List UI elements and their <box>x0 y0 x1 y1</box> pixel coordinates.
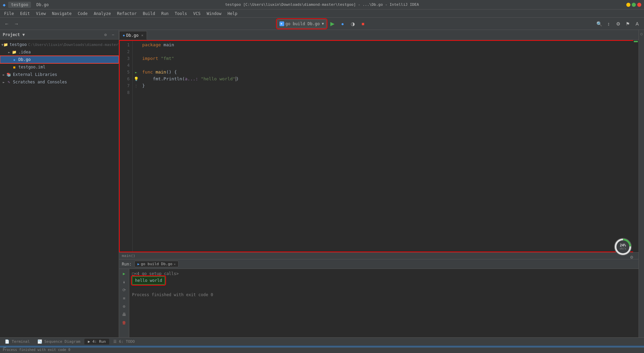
run-gutter-5[interactable]: ► <box>133 69 139 76</box>
settings-toolbar-button[interactable]: ⚙ <box>614 20 622 28</box>
run-print-button[interactable]: 🖶 <box>121 311 128 318</box>
lightbulb-icon[interactable]: 💡 <box>134 77 139 81</box>
forward-button[interactable]: → <box>12 20 20 28</box>
param-text: a...: <box>185 76 201 82</box>
replace-button[interactable]: ↕ <box>605 20 613 28</box>
tab-run[interactable]: ▶ 4: Run <box>84 339 109 344</box>
panel-settings-icon[interactable]: ⚙ <box>102 32 109 38</box>
iml-file-icon: ■ <box>12 64 17 70</box>
menu-file[interactable]: File <box>1 11 17 17</box>
line-num-7: 7 <box>119 82 130 89</box>
line-numbers: 1 2 3 4 5 6 7 8 <box>119 40 133 252</box>
tab-close-button[interactable]: ✕ <box>141 33 143 37</box>
run-button[interactable]: ▶ <box>328 20 336 28</box>
string-hello-world: "hello world" <box>201 76 235 82</box>
brace-fold-icon[interactable]: ⋮ <box>134 84 138 88</box>
run-filter-button[interactable]: ≡ <box>121 295 128 302</box>
debug-button[interactable]: ● <box>338 20 347 28</box>
run-line-arrow[interactable]: ► <box>135 70 137 74</box>
run-panel: Run: ▶ go build Db.go ✕ ▶ ↓ ⟳ ≡ ⚙ 🖶 🗑 <box>119 259 639 337</box>
tree-label-scratches: Scratches and Consoles <box>13 80 67 84</box>
tree-item-idea[interactable]: ► 📁 .idea <box>0 48 119 56</box>
run-config-dropdown-arrow[interactable]: ▼ <box>322 22 324 26</box>
code-line-8 <box>142 89 630 96</box>
file-tab[interactable]: Db.go <box>34 2 51 8</box>
tree-label-dbgo: Db.go <box>18 57 31 62</box>
run-tab-gobuild[interactable]: ▶ go build Db.go ✕ <box>134 261 179 267</box>
settings-gear-icon[interactable]: ⚙ <box>630 254 633 260</box>
tab-terminal[interactable]: 📄 Terminal <box>1 339 33 344</box>
menu-edit[interactable]: Edit <box>17 11 33 17</box>
keyword-package: package <box>142 42 161 48</box>
tree-item-root[interactable]: ▼ 📁 testgoo C:\Users\liuxin\Downloads\di… <box>0 41 119 48</box>
external-libs-icon: 📚 <box>6 72 12 77</box>
app-icon: ◆ <box>3 2 5 7</box>
tree-item-external-libs[interactable]: ► 📚 External Libraries <box>0 71 119 78</box>
search-toolbar-button[interactable]: 🔍 <box>595 20 603 28</box>
back-button[interactable]: ← <box>3 20 11 28</box>
run-stop-button[interactable]: 🗑 <box>121 319 128 326</box>
bottom-status-text: Process finished with exit code 0 <box>0 348 644 353</box>
menu-vcs[interactable]: VCS <box>191 11 203 17</box>
tab-sequence-diagram[interactable]: 📉 Sequence Diagram <box>34 339 84 344</box>
run-gutter-2 <box>133 48 139 55</box>
code-content[interactable]: package main import "fmt" func main() { … <box>139 40 633 252</box>
run-rerun-button[interactable]: ▶ <box>121 270 128 277</box>
panel-collapse-icon[interactable]: − <box>110 32 116 38</box>
run-settings-button[interactable]: ⚙ <box>121 303 128 310</box>
tree-label-iml: testgoo.iml <box>18 65 45 69</box>
progress-sublabel: ok/s <box>620 247 626 250</box>
toolbar: ← → ▶ go build Db.go ▼ ▶ ● ◑ ■ 🔍 ↕ ⚙ ⚑ A <box>0 18 644 30</box>
code-main-text: main <box>161 42 174 48</box>
tree-item-scratches[interactable]: ► ✎ Scratches and Consoles <box>0 78 119 86</box>
tree-arrow-idea: ► <box>7 50 12 54</box>
code-editor[interactable]: 1 2 3 4 5 6 7 8 ► <box>119 40 639 252</box>
code-main-func <box>153 69 155 76</box>
editor-tabs: ◆ Db.go ✕ <box>119 30 639 40</box>
tree-item-dbgo[interactable]: ► ◆ Db.go <box>0 56 119 63</box>
stop-button[interactable]: ■ <box>359 20 367 28</box>
menu-refactor[interactable]: Refactor <box>114 11 139 17</box>
line-num-8: 8 <box>119 89 130 96</box>
minimize-button[interactable] <box>626 3 630 7</box>
run-gutter-1 <box>133 42 139 48</box>
window-title: testgoo [C:\Users\liuxin\Downloads\diamo… <box>225 2 419 7</box>
tab-todo[interactable]: ☰ 6: TODO <box>110 339 138 344</box>
menu-run[interactable]: Run <box>159 11 171 17</box>
menu-tools[interactable]: Tools <box>172 11 190 17</box>
menu-navigate[interactable]: Navigate <box>49 11 75 17</box>
line-num-3: 3 <box>119 55 130 62</box>
run-scroll-button[interactable]: ↓ <box>121 278 128 285</box>
run-gutter-3 <box>133 55 139 62</box>
run-tab-close[interactable]: ✕ <box>174 262 176 266</box>
code-close-brace: } <box>142 82 145 89</box>
menu-view[interactable]: View <box>33 11 49 17</box>
progress-percent: 24% <box>620 243 626 247</box>
run-panel-header: Run: ▶ go build Db.go ✕ <box>119 259 639 269</box>
keyword-func: func <box>142 69 153 76</box>
coverage-button[interactable]: ◑ <box>349 20 357 28</box>
menu-code[interactable]: Code <box>75 11 90 17</box>
run-output-line-empty <box>132 284 636 291</box>
menu-help[interactable]: Help <box>225 11 240 17</box>
run-gutter-6: 💡 <box>133 76 139 82</box>
maximize-button[interactable] <box>632 3 636 7</box>
bottom-exit-text: Process finished with exit code 0 <box>3 348 70 352</box>
menu-window[interactable]: Window <box>204 11 224 17</box>
editor-tab-dbgo[interactable]: ◆ Db.go ✕ <box>119 31 147 40</box>
menu-build[interactable]: Build <box>140 11 158 17</box>
project-tab[interactable]: testgoo <box>8 2 31 8</box>
tree-item-iml[interactable]: ► ■ testgoo.iml <box>0 63 119 71</box>
bookmark-button[interactable]: ⚑ <box>624 20 632 28</box>
run-config[interactable]: ▶ go build Db.go ▼ <box>277 19 326 28</box>
run-wrap-button[interactable]: ⟳ <box>121 287 128 293</box>
toolbar-left: ← → <box>3 20 20 28</box>
code-space <box>158 55 161 62</box>
tree-path-root: C:\Users\liuxin\Downloads\diamond-master… <box>28 43 119 47</box>
close-button[interactable] <box>637 3 641 7</box>
translate-button[interactable]: A <box>633 20 641 28</box>
menu-analyze[interactable]: Analyze <box>91 11 114 17</box>
code-line-1: package main <box>142 42 630 48</box>
code-line-2 <box>142 48 630 55</box>
right-icon-1[interactable]: ◯ <box>640 32 643 36</box>
